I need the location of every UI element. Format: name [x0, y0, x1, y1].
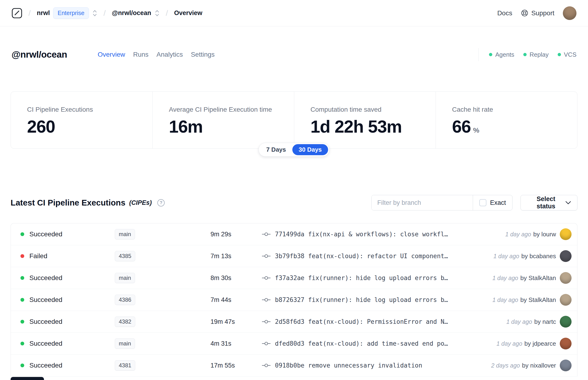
legend-item-vcs[interactable]: VCS [558, 51, 576, 58]
git-commit-icon [262, 319, 271, 324]
git-commit-icon [262, 253, 271, 259]
workspace-header: @nrwl/ocean Overview Runs Analytics Sett… [0, 45, 588, 64]
status-dot-icon [20, 276, 24, 280]
author-label: by StalkAltan [520, 296, 556, 304]
commit-cell: b8726327 fix(runner): hide log upload er… [262, 296, 492, 303]
legend-label: Replay [530, 51, 549, 58]
legend-label: Agents [495, 51, 514, 58]
range-option-30-days[interactable]: 30 Days [292, 144, 328, 155]
stat-label: Cache hit rate [452, 106, 577, 113]
time-ago: 2 days ago [491, 362, 520, 369]
chevron-updown-icon[interactable] [92, 9, 97, 17]
author-avatar [560, 360, 571, 371]
branch-badge[interactable]: main [115, 338, 135, 349]
tab-settings[interactable]: Settings [191, 51, 214, 58]
workspace-switcher: @nrwl/ocean [112, 9, 159, 17]
status-dot-icon [20, 298, 24, 302]
table-row[interactable]: Succeeded main 4m 31s dfed80d3 feat(nx-c… [11, 333, 577, 355]
stat-card-average-execution-time: Average CI Pipeline Execution time 16m [152, 92, 294, 148]
partial-bottom-element [11, 377, 44, 380]
range-option-7-days[interactable]: 7 Days [260, 144, 292, 155]
time-ago: 1 day ago [505, 231, 531, 238]
duration-label: 7m 44s [210, 296, 262, 304]
table-row[interactable]: Failed 4385 7m 13s 3b79fb38 feat(nx-clou… [11, 245, 577, 267]
user-avatar[interactable] [563, 6, 576, 20]
time-ago: 1 day ago [493, 253, 519, 260]
branch-badge[interactable]: main [115, 229, 135, 239]
branch-filter-input[interactable] [372, 195, 473, 210]
legend-item-agents[interactable]: Agents [489, 51, 514, 58]
support-link[interactable]: Support [521, 9, 554, 17]
branch-badge[interactable]: main [115, 273, 135, 283]
commit-message: f37a32ae fix(runner): hide log upload er… [275, 274, 448, 282]
duration-label: 8m 30s [210, 274, 262, 282]
time-ago: 1 day ago [496, 340, 522, 347]
author-label: by StalkAltan [520, 274, 556, 282]
git-commit-icon [262, 275, 271, 281]
table-row[interactable]: Succeeded main 9m 29s 771499da fix(nx-ap… [11, 223, 577, 245]
duration-label: 19m 47s [210, 318, 262, 325]
git-commit-icon [262, 297, 271, 303]
meta-cell: 1 day ago by StalkAltan [492, 294, 577, 306]
exact-match-segment: Exact [473, 195, 512, 210]
chevron-updown-icon[interactable] [154, 9, 160, 17]
status-dot-icon [20, 342, 24, 345]
org-name[interactable]: nrwl [37, 9, 50, 17]
meta-cell: 1 day ago by nartc [506, 316, 577, 327]
branch-cell: main [115, 229, 210, 239]
branch-badge[interactable]: 4386 [115, 295, 135, 305]
status-dot-icon [20, 254, 24, 258]
help-icon[interactable]: ? [157, 199, 165, 207]
exact-checkbox[interactable] [479, 199, 486, 206]
navbar-actions: Docs Support [497, 6, 576, 20]
nx-cloud-logo-icon[interactable] [12, 8, 22, 19]
table-row[interactable]: Succeeded main 8m 30s f37a32ae fix(runne… [11, 267, 577, 289]
status-dot-icon [20, 320, 24, 323]
branch-badge[interactable]: 4382 [115, 317, 135, 327]
page-title: @nrwl/ocean [12, 49, 67, 60]
branch-filter-group: Exact [371, 195, 512, 210]
author-avatar [560, 228, 571, 240]
branch-badge[interactable]: 4381 [115, 360, 135, 371]
status-label: Succeeded [29, 362, 62, 369]
commit-message: b8726327 fix(runner): hide log upload er… [275, 296, 448, 303]
status-cell: Succeeded [11, 274, 115, 282]
stat-suffix: % [473, 126, 479, 134]
docs-link[interactable]: Docs [497, 9, 512, 17]
tab-analytics[interactable]: Analytics [156, 51, 183, 58]
workspace-name[interactable]: @nrwl/ocean [112, 9, 151, 17]
green-dot-icon [523, 53, 527, 56]
cipes-controls: Exact Select status [371, 195, 577, 210]
commit-message: 0918b0be remove unnecessary invalidation [275, 362, 422, 369]
org-switcher: nrwl Enterprise [37, 7, 97, 19]
status-label: Succeeded [29, 230, 62, 238]
stat-card-ci-pipeline-executions: CI Pipeline Executions 260 [11, 92, 152, 148]
tab-runs[interactable]: Runs [133, 51, 148, 58]
time-ago: 1 day ago [492, 275, 518, 282]
table-row[interactable]: Succeeded 4382 19m 47s 2d58f6d3 feat(nx-… [11, 311, 577, 333]
status-cell: Succeeded [11, 340, 115, 347]
branch-cell: main [115, 338, 210, 349]
commit-cell: f37a32ae fix(runner): hide log upload er… [262, 274, 492, 282]
cipes-table: Succeeded main 9m 29s 771499da fix(nx-ap… [11, 223, 577, 377]
status-cell: Succeeded [11, 296, 115, 304]
author-avatar [560, 316, 571, 327]
stat-label: Computation time saved [310, 106, 436, 113]
git-commit-icon [262, 341, 271, 346]
branch-badge[interactable]: 4385 [115, 251, 135, 261]
status-select-dropdown[interactable]: Select status [520, 195, 577, 210]
commit-message: dfed80d3 feat(nx-cloud): add time-saved … [275, 340, 448, 347]
legend-item-replay[interactable]: Replay [523, 51, 549, 58]
status-label: Failed [29, 252, 47, 260]
meta-cell: 1 day ago by jdpearce [496, 338, 577, 349]
duration-label: 4m 31s [210, 340, 262, 347]
table-row[interactable]: Succeeded 4386 7m 44s b8726327 fix(runne… [11, 289, 577, 311]
vertical-divider [478, 48, 479, 61]
tab-overview[interactable]: Overview [98, 51, 125, 58]
author-avatar [560, 272, 571, 284]
table-row[interactable]: Succeeded 4381 17m 55s 0918b0be remove u… [11, 355, 577, 377]
meta-cell: 1 day ago by lourw [505, 228, 577, 240]
cipes-title-group: Latest CI Pipeline Executions (CIPEs) ? [11, 198, 165, 208]
green-dot-icon [558, 53, 561, 56]
stat-value: 1d 22h 53m [310, 117, 402, 137]
